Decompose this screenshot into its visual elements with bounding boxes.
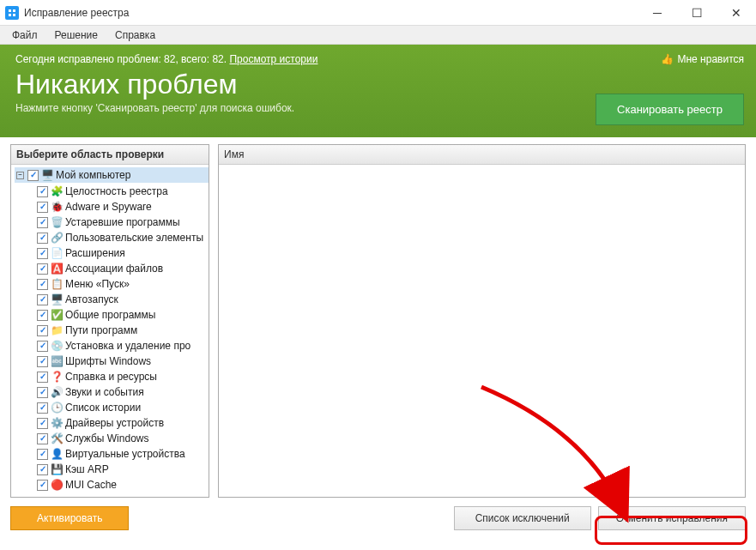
tree-root[interactable]: −🖥️Мой компьютер [15, 167, 209, 183]
tree-header: Выберите область проверки [11, 145, 209, 165]
scan-registry-button[interactable]: Сканировать реестр [596, 94, 744, 125]
tree-item-label: Шрифты Windows [65, 355, 151, 367]
tree-item[interactable]: 💿Установка и удаление про [35, 338, 209, 354]
checkbox[interactable] [37, 464, 48, 475]
minimize-button[interactable]: ─ [638, 0, 677, 26]
checkbox[interactable] [37, 294, 48, 305]
status-line: Сегодня исправлено проблем: 82, всего: 8… [15, 53, 741, 65]
svg-rect-1 [9, 9, 11, 12]
tree-item[interactable]: 📁Пути программ [35, 323, 209, 338]
checkbox[interactable] [37, 387, 48, 398]
tree-item[interactable]: 📄Расширения [35, 245, 209, 261]
checkbox[interactable] [37, 217, 48, 228]
item-icon: 📁 [50, 323, 64, 337]
checkbox[interactable] [37, 402, 48, 414]
activate-button[interactable]: Активировать [10, 506, 129, 530]
tree-panel: Выберите область проверки −🖥️Мой компьют… [10, 144, 209, 498]
item-icon: 📄 [50, 246, 64, 260]
tree-item[interactable]: 🗑️Устаревшие программы [35, 215, 209, 230]
checkbox[interactable] [37, 325, 48, 336]
like-label: Мне нравится [677, 53, 744, 65]
maximize-button[interactable]: ☐ [677, 0, 717, 26]
tree-item[interactable]: 🅰️Ассоциации файлов [35, 261, 209, 276]
tree-item[interactable]: 🔴MUI Cache [35, 477, 209, 493]
tree-item[interactable]: ✅Общие программы [35, 307, 209, 323]
checkbox[interactable] [37, 433, 48, 444]
checkbox[interactable] [37, 263, 48, 275]
svg-rect-3 [9, 14, 11, 16]
checkbox[interactable] [37, 418, 48, 429]
window-title: Исправление реестра [24, 7, 638, 19]
cancel-fixes-button[interactable]: Отменить исправления [598, 506, 746, 530]
titlebar: Исправление реестра ─ ☐ ✕ [0, 0, 756, 26]
tree-item-label: Кэш ARP [65, 463, 109, 475]
checkbox[interactable] [37, 248, 48, 259]
checkbox[interactable] [37, 186, 48, 197]
tree-item[interactable]: ⚙️Драйверы устройств [35, 415, 209, 431]
item-icon: ⚙️ [50, 416, 64, 430]
item-icon: 🛠️ [50, 432, 64, 445]
item-icon: ✅ [50, 308, 64, 322]
checkbox[interactable] [37, 233, 48, 244]
tree-item-label: Службы Windows [65, 432, 148, 444]
checkbox[interactable] [37, 279, 48, 290]
tree-item-label: Звуки и события [65, 386, 144, 398]
list-body [219, 165, 745, 497]
status-text: Сегодня исправлено проблем: 82, всего: 8… [15, 53, 229, 65]
collapse-icon[interactable]: − [16, 172, 24, 179]
item-icon: 🖥️ [50, 293, 64, 306]
item-icon: 🅰️ [50, 262, 64, 275]
tree-item-label: Установка и удаление про [65, 340, 191, 352]
tree-item-label: Ассоциации файлов [65, 263, 163, 275]
item-icon: 🧩 [50, 184, 64, 198]
exclusions-button[interactable]: Список исключений [454, 506, 591, 530]
footer: Активировать Список исключений Отменить … [0, 498, 756, 537]
tree-item-label: Виртуальные устройства [65, 448, 185, 460]
close-button[interactable]: ✕ [717, 0, 756, 26]
checkbox[interactable] [37, 341, 48, 352]
item-icon: 💾 [50, 462, 64, 476]
checkbox[interactable] [37, 372, 48, 383]
like-button[interactable]: 👍 Мне нравится [661, 53, 744, 65]
tree-root-label: Мой компьютер [56, 169, 130, 181]
item-icon: 🗑️ [50, 215, 64, 229]
history-link[interactable]: Просмотр истории [229, 53, 318, 65]
menu-help[interactable]: Справка [106, 27, 164, 43]
item-icon: 🕒 [50, 401, 64, 414]
tree-item-label: Драйверы устройств [65, 417, 164, 429]
checkbox[interactable] [37, 449, 48, 460]
tree-item[interactable]: 🐞Adware и Spyware [35, 199, 209, 215]
tree-item[interactable]: 🕒Список истории [35, 400, 209, 415]
item-icon: 👤 [50, 447, 64, 461]
item-icon: 🔊 [50, 385, 64, 399]
tree-item[interactable]: 🖥️Автозапуск [35, 292, 209, 307]
item-icon: 🔴 [50, 478, 64, 492]
tree-item[interactable]: 🔗Пользовательские элементы [35, 230, 209, 245]
checkbox[interactable] [37, 202, 48, 213]
checkbox[interactable] [27, 170, 39, 181]
menu-file[interactable]: Файл [3, 27, 46, 43]
item-icon: 🔤 [50, 354, 64, 368]
tree-item[interactable]: 📋Меню «Пуск» [35, 276, 209, 292]
item-icon: 💿 [50, 339, 64, 353]
tree-item[interactable]: 🧩Целостность реестра [35, 184, 209, 199]
list-header: Имя [219, 145, 745, 165]
banner: Сегодня исправлено проблем: 82, всего: 8… [0, 45, 756, 137]
tree-item[interactable]: 👤Виртуальные устройства [35, 446, 209, 462]
svg-rect-4 [13, 14, 15, 16]
tree-item-label: Устаревшие программы [65, 216, 180, 228]
checkbox[interactable] [37, 480, 48, 491]
list-panel: Имя [218, 144, 746, 498]
tree-item[interactable]: ❓Справка и ресурсы [35, 369, 209, 384]
tree-body[interactable]: −🖥️Мой компьютер🧩Целостность реестра🐞Adw… [11, 165, 209, 497]
tree-item[interactable]: 🛠️Службы Windows [35, 431, 209, 446]
menu-solution[interactable]: Решение [46, 27, 106, 43]
tree-item-label: Меню «Пуск» [65, 278, 130, 290]
checkbox[interactable] [37, 310, 48, 321]
tree-item[interactable]: 🔤Шрифты Windows [35, 354, 209, 369]
checkbox[interactable] [37, 356, 48, 367]
tree-item[interactable]: 💾Кэш ARP [35, 462, 209, 477]
tree-item[interactable]: 🔊Звуки и события [35, 384, 209, 400]
computer-icon: 🖥️ [40, 168, 54, 182]
tree-item-label: Пользовательские элементы [65, 232, 203, 244]
